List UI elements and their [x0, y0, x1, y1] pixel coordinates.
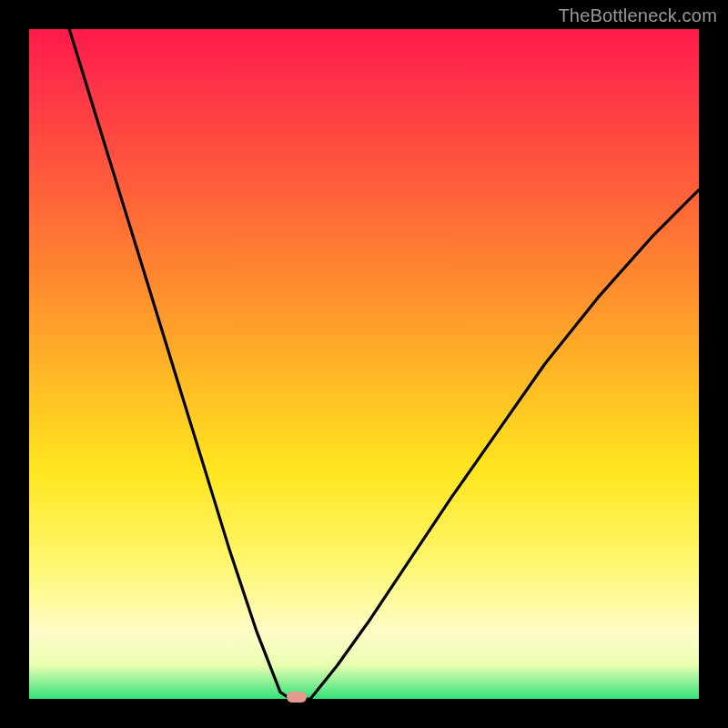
min-marker [287, 692, 307, 703]
chart-frame: TheBottleneck.com [0, 0, 728, 728]
watermark-text: TheBottleneck.com [558, 5, 717, 26]
bottleneck-curve [29, 29, 699, 699]
plot-area [29, 29, 699, 699]
